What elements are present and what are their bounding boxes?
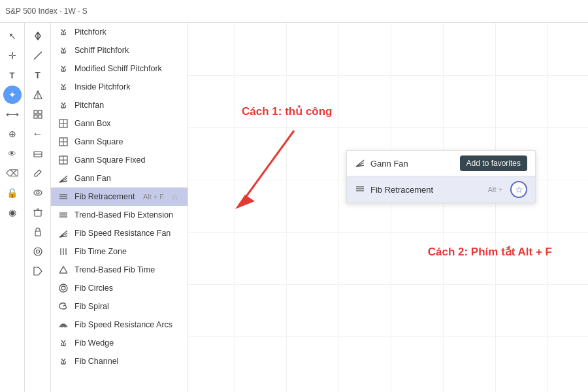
fib-popup-icon xyxy=(355,184,365,196)
fib-arcs-icon xyxy=(57,319,69,331)
menu-item-inside-pitchfork[interactable]: Inside Pitchfork xyxy=(51,78,188,96)
svg-point-9 xyxy=(37,191,39,194)
text-sidebar[interactable]: T xyxy=(27,66,48,84)
svg-rect-2 xyxy=(34,110,37,114)
svg-rect-10 xyxy=(35,210,41,216)
gann-fan-popup-icon xyxy=(355,157,365,170)
lock-sidebar[interactable] xyxy=(27,223,48,241)
svg-point-35 xyxy=(59,284,67,292)
eye-sidebar[interactable] xyxy=(27,184,48,202)
cursor-tool[interactable]: ↖ xyxy=(3,27,22,45)
tools-sidebar: T ← xyxy=(25,23,51,392)
fib-fan-icon xyxy=(57,227,69,239)
arrow-sidebar[interactable]: ← xyxy=(27,125,48,143)
lock-left-tool[interactable]: 🔒 xyxy=(3,184,22,202)
visibility2-sidebar[interactable] xyxy=(27,242,48,261)
popup-fib-retracement[interactable]: Fib Retracement Alt + ☆ xyxy=(346,176,536,203)
menu-label-fib-channel: Fib Channel xyxy=(74,357,118,366)
menu-label-fib-circles: Fib Circles xyxy=(74,284,113,293)
visibility-left-tool[interactable]: ◉ xyxy=(3,203,22,221)
menu-item-trend-fib-time[interactable]: Trend-Based Fib Time xyxy=(51,261,188,279)
popup-gann-fan[interactable]: Gann Fan Add to favorites xyxy=(346,150,536,176)
menu-item-fib-spiral[interactable]: Fib Spiral xyxy=(51,297,188,316)
gann-square-fixed-icon xyxy=(57,154,69,166)
menu-item-gann-square[interactable]: Gann Square xyxy=(51,133,188,151)
menu-label-gann-square: Gann Square xyxy=(74,137,123,146)
menu-item-modified-schiff[interactable]: Modified Schiff Pitchfork xyxy=(51,59,188,78)
star-fib-retracement[interactable]: ☆ xyxy=(169,191,181,203)
menu-item-gann-square-fixed[interactable]: Gann Square Fixed xyxy=(51,151,188,169)
grid-sidebar[interactable] xyxy=(27,105,48,123)
menu-label-schiff-pitchfork: Schiff Pitchfork xyxy=(74,46,129,55)
star-circle-button[interactable]: ☆ xyxy=(510,181,527,198)
menu-label-fib-wedge: Fib Wedge xyxy=(74,338,114,348)
svg-point-14 xyxy=(34,248,42,255)
line-sidebar[interactable] xyxy=(27,46,48,65)
menu-label-pitchfan: Pitchfan xyxy=(74,101,104,110)
inside-icon xyxy=(57,81,69,93)
fib-channel-icon xyxy=(57,355,69,367)
fib-popup-label: Fib Retracement xyxy=(370,185,433,195)
menu-label-fib-time-zone: Fib Time Zone xyxy=(74,247,127,256)
svg-rect-13 xyxy=(35,231,41,236)
chart-title: S&P 500 Index · 1W · S xyxy=(5,7,88,16)
trend-fib-icon xyxy=(57,209,69,221)
menu-item-fib-circles[interactable]: Fib Circles xyxy=(51,279,188,297)
gann-fan-icon xyxy=(57,172,69,184)
menu-item-pitchfork[interactable]: Pitchfork xyxy=(51,23,188,41)
text-tool-left[interactable]: T xyxy=(3,66,22,84)
eye-left-tool[interactable]: 👁 xyxy=(3,144,22,163)
shortcut-fib-retracement: Alt + F xyxy=(143,193,164,201)
tag-sidebar[interactable] xyxy=(27,262,48,280)
menu-label-fib-retracement: Fib Retracement xyxy=(74,192,135,201)
right-popup: Gann Fan Add to favorites Fib Retracemen… xyxy=(346,150,536,203)
menu-item-fib-wedge[interactable]: Fib Wedge xyxy=(51,334,188,352)
modified-icon xyxy=(57,63,69,74)
menu-item-fib-retracement[interactable]: Fib RetracementAlt + F☆ xyxy=(51,188,188,206)
measure-tool[interactable]: ⟷ xyxy=(3,105,22,123)
svg-point-8 xyxy=(34,190,42,195)
menu-item-trend-fib-extension[interactable]: Trend-Based Fib Extension xyxy=(51,206,188,224)
pitchfork-icon xyxy=(57,26,69,38)
svg-point-36 xyxy=(61,286,65,290)
menu-item-pitchfan[interactable]: Pitchfan xyxy=(51,96,188,114)
fib-wedge-icon xyxy=(57,337,69,349)
fib-circles-icon xyxy=(57,282,69,294)
menu-label-gann-square-fixed: Gann Square Fixed xyxy=(74,155,145,165)
menu-item-gann-box[interactable]: Gann Box xyxy=(51,114,188,133)
svg-point-15 xyxy=(36,250,39,253)
menu-label-trend-fib-time: Trend-Based Fib Time xyxy=(74,265,155,274)
pitchfork-sidebar[interactable] xyxy=(27,27,48,45)
fib-spiral-icon xyxy=(57,301,69,312)
trend-time-icon xyxy=(57,264,69,276)
gann-fib-tool[interactable]: ✦ xyxy=(3,86,22,104)
schiff-icon xyxy=(57,44,69,56)
menu-item-fib-speed-fan[interactable]: Fib Speed Resistance Fan xyxy=(51,224,188,242)
pencil-sidebar[interactable] xyxy=(27,164,48,182)
pattern-sidebar[interactable] xyxy=(27,86,48,104)
dropdown-menu: PitchforkSchiff PitchforkModified Schiff… xyxy=(51,23,188,392)
pitchfan-icon xyxy=(57,99,69,111)
eraser-sidebar[interactable] xyxy=(27,144,48,163)
menu-label-fib-spiral: Fib Spiral xyxy=(74,302,109,311)
menu-label-inside-pitchfork: Inside Pitchfork xyxy=(74,82,130,91)
fib-icon xyxy=(57,191,69,203)
svg-rect-5 xyxy=(39,115,42,118)
menu-label-trend-fib-extension: Trend-Based Fib Extension xyxy=(74,210,173,220)
eraser-left-tool[interactable]: ⌫ xyxy=(3,164,22,182)
trash-sidebar[interactable] xyxy=(27,203,48,221)
fib-time-icon xyxy=(57,246,69,257)
crosshair-tool[interactable]: ✛ xyxy=(3,46,22,65)
menu-label-gann-box: Gann Box xyxy=(74,119,111,128)
menu-item-fib-channel[interactable]: Fib Channel xyxy=(51,352,188,370)
left-sidebar: ↖ ✛ T ✦ Gann and Fibonacci Tools ⟷ ⊕ 👁 ⌫… xyxy=(0,23,25,392)
menu-item-schiff-pitchfork[interactable]: Schiff Pitchfork xyxy=(51,41,188,59)
zoom-plus-tool[interactable]: ⊕ xyxy=(3,125,22,143)
menu-item-fib-speed-arcs[interactable]: Fib Speed Resistance Arcs xyxy=(51,316,188,334)
gann-fan-popup-label: Gann Fan xyxy=(370,159,408,169)
fav-tooltip-container: Add to favorites xyxy=(460,155,527,171)
menu-item-gann-fan[interactable]: Gann Fan xyxy=(51,169,188,188)
fav-tooltip: Add to favorites xyxy=(460,155,527,171)
menu-label-fib-speed-fan: Fib Speed Resistance Fan xyxy=(74,229,171,238)
menu-item-fib-time-zone[interactable]: Fib Time Zone xyxy=(51,242,188,261)
